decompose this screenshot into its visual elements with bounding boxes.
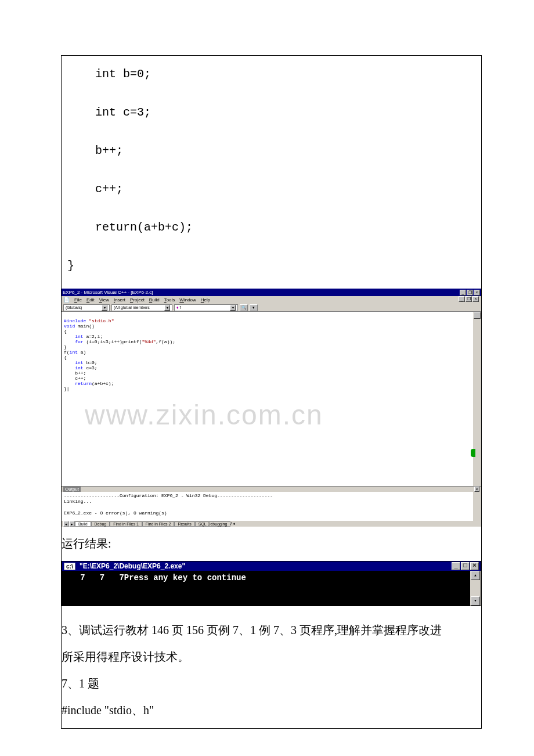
dropdown-arrow-icon[interactable]: ▾	[102, 305, 107, 311]
menu-build[interactable]: Build	[149, 296, 160, 304]
toolbar-button[interactable]: 🔍	[240, 304, 248, 311]
console-icon: c:\	[64, 563, 75, 570]
menu-help[interactable]: Help	[201, 296, 210, 304]
mdi-window-controls: _ ❐ ×	[459, 296, 479, 304]
ide-titlebar[interactable]: EXP6_2 - Microsoft Visual C++ - [EXP6-2.…	[62, 289, 481, 296]
output-panel-title: Output ×	[62, 486, 481, 492]
menu-window[interactable]: Window	[179, 296, 196, 304]
output-tab-find1[interactable]: Find in Files 1	[110, 521, 142, 527]
output-tab-sql[interactable]: SQL Debugging	[195, 521, 231, 527]
mdi-minimize-button[interactable]: _	[459, 296, 465, 302]
menu-edit[interactable]: Edit	[86, 296, 95, 304]
code-line: int c=3;	[67, 99, 481, 127]
ime-indicator-icon	[471, 449, 475, 457]
document-frame: int b=0; int c=3; b++; c++; return(a+b+c…	[61, 55, 482, 729]
code-line: int b=0;	[67, 60, 481, 88]
ide-window: EXP6_2 - Microsoft Visual C++ - [EXP6-2.…	[62, 289, 481, 527]
tab-scroll-right-button[interactable]: ▸	[69, 521, 75, 527]
code-line: #include "stdio、h"	[62, 697, 481, 723]
output-tab-build[interactable]: Build	[75, 521, 91, 527]
menu-file[interactable]: File	[74, 296, 82, 304]
code-editor[interactable]: #include "stdio.h" void main() { int a=2…	[62, 312, 481, 486]
output-tab-debug[interactable]: Debug	[91, 521, 110, 527]
mdi-close-button[interactable]: ×	[472, 296, 479, 302]
window-controls: _ ❐ ×	[460, 290, 480, 296]
dropdown-arrow-icon[interactable]: ▾	[230, 305, 236, 311]
watermark-text: www.zixin.com.cn	[85, 399, 323, 431]
console-window: c:\ "E:\EXP6_2\Debug\EXP6_2.exe" _ □ × 7…	[62, 561, 481, 606]
console-minimize-button[interactable]: _	[452, 562, 460, 570]
function-combo-value: f	[179, 305, 181, 309]
editor-content: #include "stdio.h" void main() { int a=2…	[62, 312, 473, 393]
code-line: }	[67, 252, 481, 280]
function-combo[interactable]: ♦ f ▾	[174, 304, 238, 311]
output-pane[interactable]: --------------------Configuration: EXP6_…	[62, 492, 481, 521]
console-titlebar[interactable]: c:\ "E:\EXP6_2\Debug\EXP6_2.exe" _ □ ×	[62, 561, 481, 571]
output-tab-find2[interactable]: Find in Files 2	[142, 521, 175, 527]
menu-view[interactable]: View	[99, 296, 109, 304]
members-combo[interactable]: (All global members ▾	[111, 304, 172, 311]
maximize-button[interactable]: ❐	[467, 290, 473, 296]
code-line: c++;	[67, 175, 481, 203]
paragraph: 所采用得程序设计技术。	[62, 643, 481, 670]
console-output-text: 7 7 7Press any key to continue	[66, 573, 246, 582]
tab-scroll-left-button[interactable]: ◂	[63, 521, 69, 527]
scroll-down-button[interactable]: ▾	[471, 596, 480, 606]
output-close-button[interactable]: ×	[474, 487, 479, 492]
ide-menubar: 📄 File Edit View Insert Project Build To…	[62, 296, 481, 304]
ide-toolbar: (Globals) ▾ (All global members ▾ ♦ f ▾ …	[62, 304, 481, 312]
console-maximize-button[interactable]: □	[461, 562, 470, 570]
close-button[interactable]: ×	[474, 290, 480, 296]
menu-tools[interactable]: Tools	[164, 296, 175, 304]
scroll-up-button[interactable]: ▴	[471, 571, 480, 580]
minimize-button[interactable]: _	[460, 290, 466, 296]
mdi-restore-button[interactable]: ❐	[466, 296, 472, 302]
ide-title-text: EXP6_2 - Microsoft Visual C++ - [EXP6-2.…	[63, 290, 153, 295]
menubar-icon: 📄	[64, 296, 70, 304]
output-title-label: Output	[63, 487, 81, 492]
result-label: 运行结果:	[62, 527, 481, 557]
paragraph: 3、调试运行教材 146 页 156 页例 7、1 例 7、3 页程序,理解并掌…	[62, 617, 481, 643]
console-title-text: "E:\EXP6_2\Debug\EXP6_2.exe"	[80, 562, 185, 570]
menu-insert[interactable]: Insert	[114, 296, 125, 304]
paragraph: 7、1 题	[62, 670, 481, 697]
toolbar-button[interactable]: ▾	[250, 304, 258, 311]
dropdown-arrow-icon[interactable]: ▾	[164, 305, 170, 311]
console-close-button[interactable]: ×	[470, 562, 479, 570]
output-tab-results[interactable]: Results	[174, 521, 194, 527]
scope-combo-value: (Globals)	[66, 305, 82, 309]
console-output: 7 7 7Press any key to continue▴▾	[62, 571, 481, 606]
code-listing-top: int b=0; int c=3; b++; c++; return(a+b+c…	[62, 56, 481, 289]
output-tabs: ◂ ▸ Build Debug Find in Files 1 Find in …	[62, 521, 481, 527]
members-combo-value: (All global members	[114, 305, 150, 309]
body-paragraphs: 3、调试运行教材 146 页 156 页例 7、1 例 7、3 页程序,理解并掌…	[62, 612, 481, 728]
scope-combo[interactable]: (Globals) ▾	[63, 304, 110, 311]
code-line: b++;	[67, 137, 481, 165]
scroll-up-button[interactable]	[474, 312, 481, 319]
menu-project[interactable]: Project	[130, 296, 145, 304]
code-line: return(a+b+c);	[67, 214, 481, 242]
